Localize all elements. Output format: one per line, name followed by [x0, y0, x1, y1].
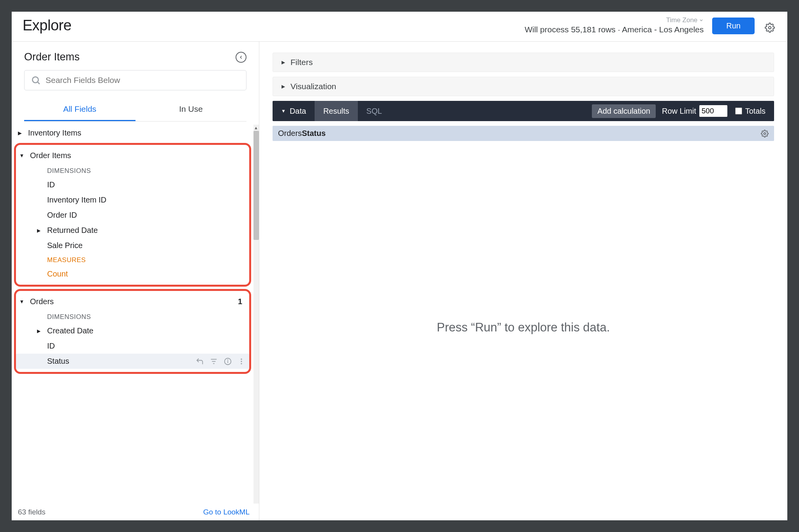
svg-line-2	[38, 82, 40, 84]
svg-point-8	[228, 359, 228, 360]
search-icon	[31, 75, 41, 85]
header: Explore Time Zone Will process 55,181 ro…	[12, 12, 787, 42]
explore-name: Order Items	[24, 51, 80, 63]
svg-point-10	[241, 361, 242, 362]
caret-right-icon: ▶	[282, 60, 285, 65]
search-input[interactable]	[46, 76, 240, 85]
dimensions-label: DIMENSIONS	[16, 310, 249, 323]
dimensions-label: DIMENSIONS	[16, 164, 249, 177]
tab-sql[interactable]: SQL	[358, 101, 391, 121]
settings-button[interactable]	[763, 21, 776, 34]
header-right: Time Zone Will process 55,181 rows · Ame…	[524, 16, 776, 34]
field-id[interactable]: ID	[16, 177, 249, 192]
body: Order Items All Fields In Use ▲	[12, 42, 787, 520]
page-title: Explore	[23, 17, 71, 34]
caret-down-icon	[19, 153, 25, 159]
kebab-menu-icon[interactable]	[238, 357, 245, 366]
visualization-label: Visualization	[290, 82, 336, 91]
add-calculation-button[interactable]: Add calculation	[592, 104, 656, 118]
collapse-sidebar-button[interactable]	[236, 52, 246, 63]
svg-point-1	[32, 77, 38, 83]
field-orders-id[interactable]: ID	[16, 338, 249, 354]
svg-point-11	[241, 363, 242, 364]
filters-panel-header[interactable]: ▶ Filters	[273, 53, 774, 72]
view-inventory-items[interactable]: Inventory Items	[12, 125, 253, 141]
field-actions	[195, 357, 245, 366]
gear-icon	[765, 23, 775, 33]
data-panel-toggle[interactable]: ▼ Data	[273, 101, 315, 121]
field-list-scroll[interactable]: ▲ Inventory Items Order Items DIMENSIONS…	[12, 125, 259, 504]
column-field-name: Status	[302, 129, 326, 138]
totals-label: Totals	[745, 107, 766, 116]
view-label: Orders	[30, 297, 54, 306]
sidebar-title-row: Order Items	[24, 51, 246, 63]
scrollbar-track[interactable]: ▲	[253, 125, 259, 504]
totals-checkbox[interactable]	[735, 107, 742, 115]
caret-down-icon: ▼	[281, 108, 286, 114]
view-label: Inventory Items	[28, 129, 81, 137]
caret-down-icon	[19, 299, 25, 305]
svg-point-9	[241, 358, 242, 359]
main-panel: ▶ Filters ▶ Visualization ▼ Data Results…	[259, 42, 787, 520]
row-limit-label: Row Limit	[662, 107, 696, 116]
field-returned-date[interactable]: ▶ Returned Date	[16, 223, 249, 238]
go-to-lookml-link[interactable]: Go to LookML	[203, 508, 250, 516]
caret-right-icon: ▶	[37, 228, 40, 233]
field-count[interactable]: Count	[16, 266, 249, 282]
tab-results[interactable]: Results	[315, 101, 358, 121]
highlight-orders: Orders 1 DIMENSIONS ▶ Created Date ID St…	[14, 289, 251, 374]
gear-icon	[761, 130, 769, 137]
data-column-header[interactable]: Orders Status	[273, 126, 774, 141]
header-info: Time Zone Will process 55,181 rows · Ame…	[524, 16, 704, 34]
scroll-up-icon[interactable]: ▲	[254, 125, 258, 130]
sidebar-footer: 63 fields Go to LookML	[12, 504, 259, 520]
field-picker-sidebar: Order Items All Fields In Use ▲	[12, 42, 259, 520]
tab-all-fields[interactable]: All Fields	[24, 99, 136, 121]
selected-count-badge: 1	[238, 297, 245, 306]
pivot-icon[interactable]	[195, 357, 204, 366]
chevron-down-icon	[699, 18, 704, 23]
field-sale-price[interactable]: Sale Price	[16, 238, 249, 253]
filters-label: Filters	[290, 58, 313, 67]
field-status[interactable]: Status	[16, 354, 249, 369]
field-created-date[interactable]: ▶ Created Date	[16, 323, 249, 338]
view-label: Order Items	[30, 151, 71, 160]
svg-point-0	[769, 26, 771, 29]
app-window: Explore Time Zone Will process 55,181 ro…	[12, 12, 787, 520]
run-hint: Press “Run” to explore this data.	[273, 146, 774, 509]
timezone-label: Time Zone	[666, 16, 698, 24]
caret-right-icon	[17, 130, 23, 136]
row-limit-group: Row Limit	[662, 105, 727, 117]
field-count: 63 fields	[18, 508, 46, 516]
timezone-selector[interactable]: Time Zone	[666, 16, 704, 24]
field-tabs: All Fields In Use	[24, 99, 246, 122]
data-bar: ▼ Data Results SQL Add calculation Row L…	[273, 101, 774, 121]
totals-group[interactable]: Totals	[735, 107, 774, 116]
column-view-name: Orders	[278, 129, 302, 138]
search-fields-box[interactable]	[24, 70, 246, 90]
info-icon[interactable]	[224, 357, 232, 366]
caret-right-icon: ▶	[282, 84, 285, 89]
rows-info: Will process 55,181 rows · America - Los…	[524, 25, 704, 34]
tab-in-use[interactable]: In Use	[136, 99, 247, 121]
svg-point-12	[764, 132, 766, 134]
visualization-panel-header[interactable]: ▶ Visualization	[273, 77, 774, 96]
chevron-left-icon	[238, 55, 244, 60]
view-orders[interactable]: Orders 1	[16, 293, 249, 310]
data-label: Data	[290, 107, 306, 116]
column-settings-button[interactable]	[761, 130, 769, 137]
run-button[interactable]: Run	[712, 18, 755, 34]
measures-label: MEASURES	[16, 253, 249, 266]
highlight-order-items: Order Items DIMENSIONS ID Inventory Item…	[14, 143, 251, 287]
caret-right-icon: ▶	[37, 328, 40, 334]
view-order-items[interactable]: Order Items	[16, 147, 249, 164]
scrollbar-thumb[interactable]	[253, 131, 259, 240]
field-order-id[interactable]: Order ID	[16, 208, 249, 223]
field-inventory-item-id[interactable]: Inventory Item ID	[16, 192, 249, 208]
filter-icon[interactable]	[209, 357, 218, 366]
sidebar-top: Order Items All Fields In Use	[12, 42, 259, 125]
row-limit-input[interactable]	[699, 105, 727, 117]
